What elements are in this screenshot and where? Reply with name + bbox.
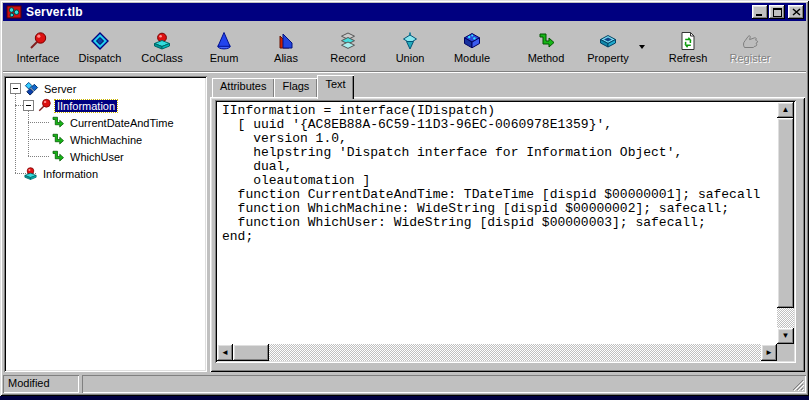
tree-connector — [28, 122, 49, 123]
tab-label: Flags — [282, 80, 309, 92]
tab-text[interactable]: Text — [317, 75, 353, 99]
refresh-button-label: Refresh — [669, 52, 708, 64]
resize-grip[interactable] — [792, 379, 804, 391]
coclass-icon — [23, 166, 38, 181]
register-button[interactable]: Register — [719, 29, 781, 65]
union-icon — [399, 31, 421, 51]
method-icon — [50, 115, 65, 130]
scrollbar-corner — [777, 344, 794, 361]
tree-item-information[interactable]: Information — [23, 165, 100, 182]
scroll-up-button[interactable]: ▲ — [777, 102, 794, 118]
window-title: Server.tlb — [26, 5, 752, 19]
collapse-toggle-icon[interactable] — [10, 83, 21, 94]
union-button[interactable]: Union — [379, 29, 441, 65]
module-button[interactable]: Module — [441, 29, 503, 65]
interface-button[interactable]: Interface — [7, 29, 69, 65]
tab-label: Text — [325, 78, 345, 90]
close-icon — [792, 8, 801, 16]
method-icon — [50, 149, 65, 164]
status-modified: Modified — [3, 375, 79, 393]
maximize-icon — [773, 8, 782, 17]
coclass-button-label: CoClass — [141, 52, 183, 64]
typelib-app-icon — [6, 4, 22, 20]
status-bar: Modified — [3, 373, 806, 393]
property-dropdown-button[interactable] — [639, 28, 645, 66]
register-icon — [739, 31, 761, 51]
refresh-icon — [677, 31, 699, 51]
tree-item-whichmachine[interactable]: WhichMachine — [50, 131, 144, 148]
alias-button-label: Alias — [274, 52, 298, 64]
module-button-label: Module — [454, 52, 490, 64]
type-declaration-memo[interactable]: IInformation = interface(IDispatch) [ uu… — [215, 100, 796, 363]
tree-item-iinformation[interactable]: IInformation — [23, 97, 117, 114]
type-declaration-text[interactable]: IInformation = interface(IDispatch) [ uu… — [217, 102, 777, 344]
vertical-scroll-thumb[interactable] — [777, 118, 794, 308]
detail-tab-control: Attributes Flags Text IInformation = int… — [210, 77, 805, 372]
vertical-scrollbar[interactable]: ▲ ▼ — [777, 102, 794, 344]
maximize-button[interactable] — [769, 5, 785, 19]
tab-page-text: IInformation = interface(IDispatch) [ uu… — [210, 97, 805, 372]
horizontal-scroll-thumb[interactable] — [233, 344, 269, 361]
method-icon — [50, 132, 65, 147]
record-button-label: Record — [330, 52, 365, 64]
enum-button[interactable]: Enum — [193, 29, 255, 65]
record-icon — [337, 31, 359, 51]
method-button[interactable]: Method — [515, 29, 577, 65]
method-icon — [535, 31, 557, 51]
typelib-tree: ServerIInformationCurrentDateAndTimeWhic… — [6, 78, 205, 370]
collapse-toggle-icon[interactable] — [23, 100, 34, 111]
titlebar[interactable]: Server.tlb — [3, 3, 806, 21]
interface-button-label: Interface — [17, 52, 60, 64]
tree-item-label[interactable]: Information — [41, 168, 100, 180]
tab-row: Attributes Flags Text — [210, 77, 805, 97]
horizontal-scroll-track[interactable] — [269, 344, 761, 361]
close-button[interactable] — [788, 5, 804, 19]
tree-connector — [15, 105, 23, 106]
dispatch-button-label: Dispatch — [79, 52, 122, 64]
register-button-label: Register — [730, 52, 771, 64]
record-button[interactable]: Record — [317, 29, 379, 65]
tree-item-label[interactable]: CurrentDateAndTime — [68, 117, 176, 129]
enum-icon — [213, 31, 235, 51]
status-message — [82, 375, 806, 393]
export-button[interactable]: Export — [793, 29, 809, 65]
tree-item-label[interactable]: WhichMachine — [68, 134, 144, 146]
refresh-button[interactable]: Refresh — [657, 29, 719, 65]
tree-connector — [28, 156, 49, 157]
enum-button-label: Enum — [210, 52, 239, 64]
tab-attributes[interactable]: Attributes — [212, 78, 274, 97]
method-button-label: Method — [528, 52, 565, 64]
minimize-icon — [756, 9, 764, 16]
tree-item-label[interactable]: WhichUser — [68, 151, 126, 163]
horizontal-scrollbar[interactable]: ◄ ► — [217, 344, 777, 361]
union-button-label: Union — [396, 52, 425, 64]
coclass-icon — [151, 31, 173, 51]
scroll-left-button[interactable]: ◄ — [217, 344, 233, 361]
typelib-tree-panel[interactable]: ServerIInformationCurrentDateAndTimeWhic… — [4, 76, 207, 372]
interface-icon — [27, 31, 49, 51]
typelib-icon — [24, 81, 39, 96]
tree-item-label[interactable]: Server — [42, 83, 78, 95]
tab-flags[interactable]: Flags — [274, 78, 317, 97]
property-button[interactable]: Property — [577, 29, 639, 65]
tree-connector — [28, 111, 29, 156]
alias-icon — [275, 31, 297, 51]
tree-item-currentdateandtime[interactable]: CurrentDateAndTime — [50, 114, 176, 131]
tab-label: Attributes — [220, 80, 266, 92]
tree-connector — [28, 139, 49, 140]
tree-item-label[interactable]: IInformation — [55, 100, 117, 112]
alias-button[interactable]: Alias — [255, 29, 317, 65]
scroll-right-button[interactable]: ► — [761, 344, 777, 361]
vertical-scroll-track[interactable] — [777, 308, 794, 328]
property-button-label: Property — [587, 52, 629, 64]
tree-item-whichuser[interactable]: WhichUser — [50, 148, 126, 165]
coclass-button[interactable]: CoClass — [131, 29, 193, 65]
dispatch-button[interactable]: Dispatch — [69, 29, 131, 65]
toolbar: InterfaceDispatchCoClassEnumAliasRecordU… — [3, 22, 806, 71]
scroll-down-button[interactable]: ▼ — [777, 328, 794, 344]
chevron-down-icon — [639, 45, 645, 52]
tree-item-server[interactable]: Server — [10, 80, 78, 97]
module-icon — [461, 31, 483, 51]
interface-icon — [37, 98, 52, 113]
minimize-button[interactable] — [752, 5, 768, 19]
